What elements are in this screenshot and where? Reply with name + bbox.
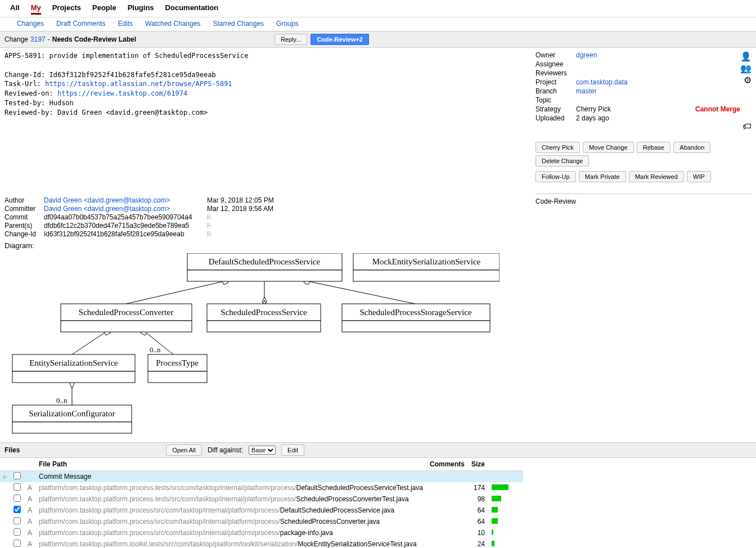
size-bar bbox=[488, 527, 523, 538]
project-label: Project bbox=[536, 78, 576, 86]
file-row[interactable]: ▹ Commit Message bbox=[0, 470, 523, 482]
edit-assignee-icon[interactable]: 👤 bbox=[740, 51, 752, 62]
tab-people[interactable]: People bbox=[92, 3, 116, 15]
file-status: A bbox=[24, 527, 35, 538]
tab-all[interactable]: All bbox=[10, 3, 20, 15]
expand-icon[interactable]: ▹ bbox=[0, 470, 10, 482]
file-path[interactable]: platform/com.tasktop.platform.process/sr… bbox=[35, 505, 426, 516]
file-checkbox[interactable] bbox=[14, 528, 21, 536]
class-pt: ProcessType bbox=[148, 354, 207, 383]
abandon-button[interactable]: Abandon bbox=[673, 142, 710, 153]
copy-icon[interactable]: ⎘ bbox=[207, 230, 211, 238]
task-url-link[interactable]: https://tasktop.atlassian.net/browse/APP… bbox=[45, 80, 232, 88]
file-path[interactable]: platform/com.tasktop.platform.process.te… bbox=[35, 482, 426, 493]
code-review-button[interactable]: Code-Review+2 bbox=[310, 34, 369, 45]
branch-label: Branch bbox=[536, 87, 576, 95]
file-checkbox[interactable] bbox=[14, 472, 21, 479]
expand-icon[interactable] bbox=[0, 493, 10, 505]
file-path[interactable]: Commit Message bbox=[35, 470, 426, 482]
subnav-starred-changes[interactable]: Starred Changes bbox=[213, 20, 264, 28]
top-nav: All My Projects People Plugins Documenta… bbox=[0, 0, 756, 17]
files-title: Files bbox=[4, 446, 20, 454]
svg-line-0 bbox=[126, 281, 224, 304]
mark-private-button[interactable]: Mark Private bbox=[579, 171, 626, 182]
mark-reviewed-button[interactable]: Mark Reviewed bbox=[629, 171, 684, 182]
commit-message: APPS-5891: provide implementation of Sch… bbox=[4, 51, 526, 118]
file-checkbox[interactable] bbox=[14, 495, 21, 502]
tab-projects[interactable]: Projects bbox=[52, 3, 81, 15]
open-all-button[interactable]: Open All bbox=[166, 444, 202, 456]
committer-link[interactable]: David Green <david.green@tasktop.com> bbox=[44, 205, 170, 213]
file-path[interactable]: platform/com.tasktop.platform.process.te… bbox=[35, 493, 426, 505]
rebase-button[interactable]: Rebase bbox=[637, 142, 670, 153]
cherry-pick-button[interactable]: Cherry Pick bbox=[536, 142, 580, 153]
file-row[interactable]: A platform/com.tasktop.platform.toolkit.… bbox=[0, 538, 523, 548]
code-review-label: Code-Review bbox=[536, 197, 576, 205]
delete-change-button[interactable]: Delete Change bbox=[536, 155, 589, 167]
class-sc: SerializationConfigurator bbox=[12, 405, 132, 433]
file-path[interactable]: platform/com.tasktop.platform.process/sr… bbox=[35, 516, 426, 527]
file-checkbox[interactable] bbox=[14, 540, 21, 547]
file-size: 174 bbox=[468, 482, 488, 493]
expand-icon[interactable] bbox=[0, 516, 10, 527]
branch-link[interactable]: master bbox=[576, 87, 597, 95]
parents-label: Parent(s) bbox=[4, 222, 44, 230]
subnav-groups[interactable]: Groups bbox=[276, 20, 298, 28]
file-row[interactable]: A platform/com.tasktop.platform.process/… bbox=[0, 527, 523, 538]
expand-icon[interactable] bbox=[0, 538, 10, 548]
project-link[interactable]: com.tasktop.data bbox=[576, 78, 627, 86]
class-mock-ess: MockEntitySerializationService bbox=[353, 253, 500, 281]
file-row[interactable]: A platform/com.tasktop.platform.process.… bbox=[0, 482, 523, 493]
change-prefix: Change bbox=[4, 35, 28, 43]
file-status: A bbox=[24, 482, 35, 493]
svg-rect-26 bbox=[342, 321, 490, 332]
file-checkbox[interactable] bbox=[14, 483, 21, 491]
author-link[interactable]: David Green <david.green@tasktop.com> bbox=[44, 196, 170, 204]
size-bar bbox=[488, 482, 523, 493]
add-reviewer-icon[interactable]: 👥 bbox=[740, 63, 752, 74]
subnav-changes[interactable]: Changes bbox=[17, 20, 44, 28]
expand-icon[interactable] bbox=[0, 505, 10, 516]
tab-my[interactable]: My bbox=[31, 3, 41, 15]
svg-rect-20 bbox=[61, 321, 192, 332]
move-change-button[interactable]: Move Change bbox=[583, 142, 634, 153]
settings-icon[interactable]: ⚙ bbox=[740, 75, 752, 86]
commit-hash: df094aa07b0b4537b75a25a457b7bee5909704a4 bbox=[44, 213, 526, 221]
file-row[interactable]: A platform/com.tasktop.platform.process/… bbox=[0, 505, 523, 516]
author-label: Author bbox=[4, 196, 44, 204]
file-row[interactable]: A platform/com.tasktop.platform.process.… bbox=[0, 493, 523, 505]
reviewed-on-label: Reviewed-on: bbox=[4, 89, 53, 97]
expand-icon[interactable] bbox=[0, 527, 10, 538]
wip-button[interactable]: WIP bbox=[687, 171, 711, 182]
diff-against-label: Diff against: bbox=[208, 446, 243, 454]
file-checkbox[interactable] bbox=[14, 517, 21, 524]
expand-icon[interactable] bbox=[0, 482, 10, 493]
assignee-label: Assignee bbox=[536, 60, 576, 68]
file-row[interactable]: A platform/com.tasktop.platform.process/… bbox=[0, 516, 523, 527]
reviewed-by: Reviewed-by: David Green <david.green@ta… bbox=[4, 109, 208, 116]
reviewed-on-link[interactable]: https://review.tasktop.com/61974 bbox=[57, 89, 187, 97]
file-size bbox=[468, 470, 488, 482]
reply-button[interactable]: Reply... bbox=[274, 34, 307, 45]
files-table: File Path Comments Size ▹ Commit Message… bbox=[0, 458, 523, 548]
file-path[interactable]: platform/com.tasktop.platform.toolkit.te… bbox=[35, 538, 426, 548]
file-path-header: File Path bbox=[35, 458, 426, 471]
subnav-watched-changes[interactable]: Watched Changes bbox=[145, 20, 200, 28]
owner-link[interactable]: dgreen bbox=[576, 51, 597, 59]
change-number-link[interactable]: 3197 bbox=[30, 35, 46, 43]
tag-icon[interactable]: 🏷 bbox=[740, 122, 752, 132]
svg-text:SerializationConfigurator: SerializationConfigurator bbox=[29, 409, 115, 418]
file-checkbox[interactable] bbox=[14, 506, 21, 513]
subnav-draft-comments[interactable]: Draft Comments bbox=[56, 20, 105, 28]
copy-icon[interactable]: ⎘ bbox=[207, 213, 211, 221]
multiplicity-pt: 0..n bbox=[150, 345, 161, 354]
copy-icon[interactable]: ⎘ bbox=[207, 222, 211, 230]
edit-button[interactable]: Edit bbox=[281, 444, 304, 456]
svg-text:DefaultScheduledProcessService: DefaultScheduledProcessService bbox=[209, 257, 321, 266]
subnav-edits[interactable]: Edits bbox=[118, 20, 133, 28]
file-path[interactable]: platform/com.tasktop.platform.process/sr… bbox=[35, 527, 426, 538]
diff-base-select[interactable]: Base bbox=[249, 446, 276, 455]
tab-documentation[interactable]: Documentation bbox=[165, 3, 219, 15]
follow-up-button[interactable]: Follow-Up bbox=[536, 171, 576, 182]
tab-plugins[interactable]: Plugins bbox=[128, 3, 154, 15]
